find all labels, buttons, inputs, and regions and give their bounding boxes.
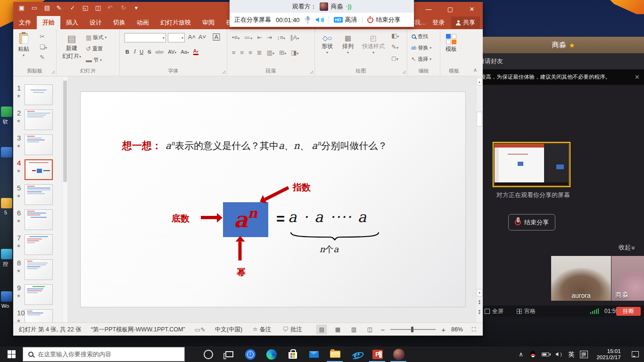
cortana-button[interactable]: [198, 346, 219, 362]
slide-thumbnail[interactable]: 8: [13, 258, 62, 282]
format-painter-icon[interactable]: ✎: [40, 54, 45, 61]
replace-button[interactable]: ab替换▾: [411, 44, 431, 51]
paragraph-dialog-launcher[interactable]: ◿: [310, 70, 313, 74]
tray-qq[interactable]: [527, 346, 539, 362]
desktop-icon[interactable]: [1, 291, 12, 302]
shape-fill-icon[interactable]: ◧▾: [391, 32, 399, 39]
strikethrough-button[interactable]: S: [148, 49, 151, 55]
desktop-icon[interactable]: [1, 147, 12, 157]
collapse-ribbon-icon[interactable]: ∧: [473, 67, 477, 73]
desktop-icon[interactable]: [1, 107, 12, 117]
tab-design[interactable]: 设计: [84, 16, 107, 29]
tab-home[interactable]: 开始: [37, 16, 60, 29]
end-share-button[interactable]: 结束分享: [367, 16, 401, 24]
increase-font-icon[interactable]: A˄: [188, 33, 196, 41]
power-arrow[interactable]: [239, 242, 242, 261]
minimize-button[interactable]: [418, 2, 439, 16]
smartart-icon[interactable]: ◨▾: [291, 49, 298, 56]
scroll-down-icon[interactable]: [477, 289, 482, 296]
desktop-icon[interactable]: [1, 198, 12, 208]
tab-animations[interactable]: 动画: [131, 16, 155, 29]
increase-indent-icon[interactable]: ⇥: [267, 34, 272, 41]
previous-slide-icon[interactable]: ▲▲: [477, 299, 482, 304]
scrollbar-thumb[interactable]: [63, 81, 67, 182]
app-file-explorer[interactable]: [324, 346, 346, 362]
reading-view-icon[interactable]: ▥: [348, 325, 359, 334]
tray-expand-button[interactable]: ∧: [515, 346, 527, 362]
slide-thumbnail[interactable]: 1: [13, 83, 62, 107]
numbering-icon[interactable]: ≔▾: [244, 34, 252, 41]
decrease-indent-icon[interactable]: ⇤: [257, 34, 262, 41]
ink-icon[interactable]: ✎▾: [56, 4, 64, 11]
login-button[interactable]: 登录: [432, 18, 445, 27]
spell-check-icon[interactable]: ✓: [69, 4, 76, 11]
font-name-combobox[interactable]: ▾: [124, 33, 166, 42]
pinned-app-mail[interactable]: [303, 346, 324, 362]
task-view-button[interactable]: [219, 346, 239, 362]
tab-slideshow[interactable]: 幻灯片放映: [155, 16, 197, 29]
bold-button[interactable]: B: [125, 49, 129, 55]
base-arrow[interactable]: [201, 216, 217, 219]
bullets-icon[interactable]: •≡▾: [232, 34, 239, 41]
notes-button[interactable]: ≐ 备注: [253, 326, 271, 334]
slide-canvas[interactable]: 想一想：an表示的意义是什么？其中a、n、 an分别叫做什么？ 指数 底数 幂 …: [80, 91, 466, 307]
pinned-app-edge[interactable]: [261, 346, 282, 362]
subscript-button[interactable]: abc: [156, 49, 164, 55]
zoom-out-icon[interactable]: −: [380, 326, 385, 334]
invite-row[interactable]: 邀请好友: [483, 53, 644, 69]
slide-thumbnail[interactable]: 9: [13, 283, 62, 307]
app-powerpoint[interactable]: P: [367, 346, 388, 362]
zoom-percentage[interactable]: 86%: [451, 326, 463, 333]
normal-view-icon[interactable]: ▤: [316, 325, 327, 334]
pinned-app-store[interactable]: [282, 346, 303, 362]
shape-effects-icon[interactable]: ◻▾: [391, 55, 398, 62]
canvas-scrollbar[interactable]: ▲▲ ▼▼: [476, 77, 483, 322]
close-button[interactable]: [461, 2, 483, 16]
comments-button[interactable]: 🗩 批注: [282, 326, 302, 334]
char-spacing-button[interactable]: AV▾: [168, 49, 176, 55]
line-spacing-icon[interactable]: ↕≡▾: [277, 34, 285, 41]
select-button[interactable]: ↖选择▾: [411, 56, 431, 63]
slide-sorter-view-icon[interactable]: ▦: [332, 325, 343, 334]
new-file-icon[interactable]: ▤: [43, 4, 51, 11]
panel-end-share-button[interactable]: 结束分享: [508, 214, 555, 230]
shapes-button[interactable]: ◇○ 形状▾: [322, 34, 333, 55]
underline-button[interactable]: U: [140, 49, 143, 55]
italic-button[interactable]: I: [133, 49, 135, 55]
app-meeting[interactable]: [388, 346, 409, 362]
slide-thumbnail-selected[interactable]: 4: [13, 158, 62, 182]
zoom-slider[interactable]: [390, 329, 436, 330]
pinned-app-clock[interactable]: [239, 346, 261, 362]
redo-icon[interactable]: ↻: [120, 4, 127, 11]
zoom-in-icon[interactable]: +: [441, 326, 446, 334]
next-slide-icon[interactable]: ▼▼: [477, 310, 482, 314]
qat-more-icon[interactable]: ▾: [132, 4, 140, 11]
slide-thumbnail[interactable]: 7: [13, 233, 62, 257]
slide-thumbnail[interactable]: 5: [13, 183, 62, 207]
slide-thumbnail[interactable]: 6: [13, 208, 62, 232]
fit-to-window-icon[interactable]: ⛶: [469, 325, 479, 334]
change-case-button[interactable]: Aa▾: [181, 49, 189, 55]
participant-video[interactable]: aurora: [551, 256, 611, 301]
paste-button[interactable]: 粘贴▾: [18, 33, 29, 58]
align-center-icon[interactable]: ≡: [240, 49, 244, 56]
tray-ime[interactable]: 拼: [578, 346, 590, 362]
microphone-icon[interactable]: [305, 16, 311, 24]
shape-outline-icon[interactable]: ✎▾: [391, 43, 398, 50]
slide-thumbnail[interactable]: 10: [13, 308, 62, 322]
find-button[interactable]: 查找: [411, 33, 428, 40]
tab-file[interactable]: 文件: [13, 16, 37, 29]
layout-button[interactable]: ▥版式▾: [86, 34, 107, 41]
slideshow-view-icon[interactable]: ◫: [364, 325, 375, 334]
tab-transitions[interactable]: 切换: [107, 16, 131, 29]
start-button[interactable]: [0, 346, 23, 362]
base-label[interactable]: 底数: [172, 213, 190, 225]
power-box-shape[interactable]: an: [223, 202, 268, 237]
font-dialog-launcher[interactable]: ◿: [223, 70, 225, 74]
fullscreen-button[interactable]: 全屏: [485, 307, 504, 315]
maximize-button[interactable]: [439, 2, 461, 16]
collapse-videos-button[interactable]: 收起»: [619, 243, 635, 252]
new-slide-button[interactable]: ▤ 新建 幻灯片▾: [60, 33, 83, 60]
equals-sign[interactable]: =: [276, 211, 285, 228]
exponent-label[interactable]: 指数: [293, 181, 311, 194]
